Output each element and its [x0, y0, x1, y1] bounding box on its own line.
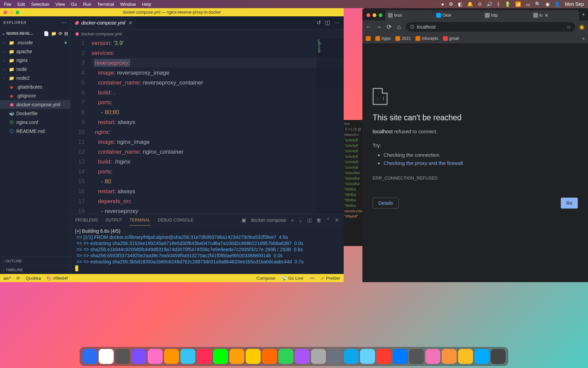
file-Dockerfile[interactable]: 🐳Dockerfile [0, 109, 70, 118]
collapse-icon[interactable]: ⊟ [64, 31, 68, 36]
file-.vscode[interactable]: ›📁.vscode● [0, 38, 70, 47]
bookmarks-overflow-icon[interactable]: » [582, 36, 585, 41]
more-icon[interactable]: ⋯ [334, 19, 340, 26]
close-button[interactable] [366, 13, 370, 17]
dock-app-3[interactable] [131, 349, 146, 364]
file-.gitattributes[interactable]: ◆.gitattributes [0, 82, 70, 91]
outline-section[interactable]: › OUTLINE [0, 256, 70, 265]
menu-file[interactable]: File [4, 2, 11, 7]
menu-view[interactable]: View [55, 2, 65, 7]
siri-icon[interactable]: ◉ [545, 1, 550, 7]
dock-app-13[interactable] [295, 349, 310, 364]
dock-app-8[interactable] [213, 349, 228, 364]
new-folder-icon[interactable]: 📁 [51, 31, 56, 36]
compose-status[interactable]: Compose [256, 276, 275, 281]
menu-window[interactable]: Window [120, 2, 136, 7]
dock-app-14[interactable] [311, 349, 326, 364]
dock-app-25[interactable] [491, 349, 506, 364]
dock-app-10[interactable] [246, 349, 261, 364]
user-icon[interactable]: 👤 [554, 1, 560, 7]
minimize-button[interactable] [10, 11, 13, 14]
search-icon[interactable]: 🔍 [535, 1, 541, 7]
notification-icon[interactable]: 🔔 [467, 1, 473, 7]
quokka-status[interactable]: Quokka [26, 276, 41, 281]
dock-app-17[interactable] [360, 349, 375, 364]
close-tab-icon[interactable]: ✕ [544, 13, 549, 18]
browser-tab[interactable]: bron [385, 10, 434, 20]
panel-tab-output[interactable]: OUTPUT [105, 218, 122, 223]
bookmark-infocepts[interactable]: Infocepts [415, 36, 438, 41]
close-button[interactable] [3, 11, 7, 14]
browser-tab[interactable]: lo✕ [530, 10, 579, 20]
menu-run[interactable]: Run [83, 2, 91, 7]
dock-app-1[interactable] [99, 349, 114, 364]
dropdown-icon[interactable]: ⌄ [298, 217, 303, 223]
breadcrumb[interactable]: ⬢ docker-compose.yml [70, 29, 344, 38]
split-terminal-icon[interactable]: ◫ [307, 217, 312, 223]
volume-icon[interactable]: 🔊 [487, 1, 492, 7]
dock-app-6[interactable] [180, 349, 195, 364]
history-icon[interactable]: ↺ [316, 19, 321, 26]
status-icon[interactable]: ◧ [458, 1, 462, 7]
reload-button[interactable]: ⟳ [386, 23, 392, 31]
dock-app-19[interactable] [393, 349, 408, 364]
control-center-icon[interactable]: ⚏ [526, 1, 530, 7]
sync-icon[interactable]: ⟳ [16, 276, 20, 281]
browser-tab[interactable]: Okte [434, 10, 482, 20]
clock[interactable]: Mon Sep [565, 1, 584, 7]
maximize-button[interactable] [379, 13, 382, 17]
browser-tab[interactable]: http [482, 10, 530, 20]
bookmark-gmail[interactable]: gmail [443, 36, 459, 41]
file-.gitignore[interactable]: ◆.gitignore [0, 91, 70, 100]
editor-tab[interactable]: ⬢ docker-compose.yml ✕ [70, 16, 136, 29]
go-live-button[interactable]: 📡 Go Live [281, 276, 303, 281]
branch-indicator[interactable]: ain* [3, 276, 11, 281]
extension-icon[interactable]: ◉ [578, 23, 585, 31]
file-node[interactable]: ›📁node [0, 65, 70, 74]
file-node2[interactable]: ›📁node2 [0, 74, 70, 82]
bookmark-icon[interactable]: ☆ [567, 24, 571, 30]
details-button[interactable]: Details [373, 198, 399, 209]
panel-tab-debug-console[interactable]: DEBUG CONSOLE [158, 218, 194, 223]
back-button[interactable]: ← [365, 24, 372, 31]
reload-button[interactable]: Re [561, 198, 578, 209]
minimap[interactable]: ███████ ████ █████ ██████ ███ ███ ███ ██… [316, 38, 344, 214]
code-content[interactable]: version: '3.9'services: reverseproxy: im… [92, 38, 344, 214]
dock-app-12[interactable] [278, 349, 293, 364]
trash-icon[interactable]: 🗑 [316, 217, 321, 223]
file-docker-compose.yml[interactable]: ⬢docker-compose.yml [0, 100, 70, 109]
status-icon[interactable]: ⚙ [449, 1, 453, 7]
dock-app-18[interactable] [376, 349, 391, 364]
dock-app-5[interactable] [164, 349, 179, 364]
panel-tab-terminal[interactable]: TERMINAL [130, 218, 150, 226]
dock-app-21[interactable] [425, 349, 440, 364]
bookmark-2021[interactable]: 2021 [395, 36, 411, 41]
battery-icon[interactable]: 🔋 [505, 1, 510, 7]
terminal-output[interactable]: [+] Building 6.8s (4/5) => [1/1] FROM do… [70, 226, 344, 274]
file-nginx.conf[interactable]: Ⓝnginx.conf [0, 118, 70, 127]
prettier-status[interactable]: ✓ Prettier [321, 276, 340, 281]
proxy-firewall-link[interactable]: Checking the proxy and the firewall [383, 160, 463, 166]
file-README.md[interactable]: ⓘREADME.md [0, 127, 70, 136]
vscode-titlebar[interactable]: docker-compose.yml — nginx-reverse-proxy… [0, 8, 344, 16]
file-nginx[interactable]: ›📁nginx [0, 56, 70, 65]
menu-edit[interactable]: Edit [17, 2, 25, 7]
dock-app-16[interactable] [344, 349, 359, 364]
dock-app-24[interactable] [474, 349, 489, 364]
maximize-button[interactable] [16, 11, 19, 14]
more-actions-icon[interactable]: ⋯ [62, 20, 67, 25]
status-icon[interactable]: ⊙ [478, 1, 482, 7]
project-header[interactable]: ⌄ NGINX-REVE... 📄 📁 ⟳ ⊟ [0, 29, 70, 38]
timeline-section[interactable]: › TIMELINE [0, 265, 70, 274]
minimize-button[interactable] [373, 13, 376, 17]
maximize-icon[interactable]: ⌃ [326, 217, 330, 223]
file-apache[interactable]: ›📁apache [0, 47, 70, 56]
dock-app-0[interactable] [82, 349, 97, 364]
dock-app-15[interactable] [327, 349, 342, 364]
bluetooth-icon[interactable]: ᛒ [497, 1, 500, 7]
menu-help[interactable]: Help [142, 2, 151, 7]
forward-button[interactable]: → [375, 24, 382, 31]
split-icon[interactable]: ◫ [325, 19, 330, 26]
site-info-icon[interactable]: ⓘ [410, 24, 414, 30]
new-file-icon[interactable]: 📄 [44, 31, 49, 36]
